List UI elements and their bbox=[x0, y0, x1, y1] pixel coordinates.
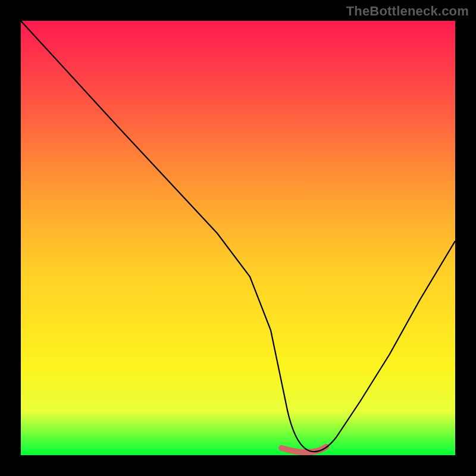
chart-svg bbox=[21, 21, 455, 455]
bottleneck-curve-line bbox=[21, 21, 455, 452]
chart-frame: TheBottleneck.com bbox=[0, 0, 476, 476]
watermark-text: TheBottleneck.com bbox=[346, 4, 469, 19]
chart-plot-area bbox=[21, 21, 455, 455]
